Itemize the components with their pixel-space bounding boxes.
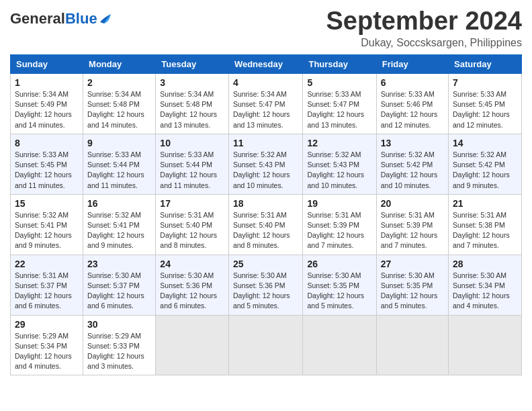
calendar-week-row: 8 Sunrise: 5:33 AMSunset: 5:45 PMDayligh… xyxy=(11,134,522,194)
day-number: 16 xyxy=(87,198,151,209)
title-section: September 2024 Dukay, Soccsksargen, Phil… xyxy=(326,7,523,49)
calendar-cell: 4 Sunrise: 5:34 AMSunset: 5:47 PMDayligh… xyxy=(228,74,303,134)
day-number: 27 xyxy=(381,259,444,269)
day-info: Sunrise: 5:34 AMSunset: 5:49 PMDaylight:… xyxy=(15,90,72,129)
calendar-cell: 30 Sunrise: 5:29 AMSunset: 5:33 PMDaylig… xyxy=(83,315,156,375)
calendar-cell: 29 Sunrise: 5:29 AMSunset: 5:34 PMDaylig… xyxy=(11,315,83,375)
calendar-cell: 21 Sunrise: 5:31 AMSunset: 5:38 PMDaylig… xyxy=(449,194,522,255)
day-header-monday: Monday xyxy=(83,55,156,74)
month-year-title: September 2024 xyxy=(326,7,523,36)
day-info: Sunrise: 5:32 AMSunset: 5:42 PMDaylight:… xyxy=(453,150,510,189)
calendar-cell: 22 Sunrise: 5:31 AMSunset: 5:37 PMDaylig… xyxy=(11,255,83,315)
calendar-cell: 12 Sunrise: 5:32 AMSunset: 5:43 PMDaylig… xyxy=(303,134,376,194)
day-header-wednesday: Wednesday xyxy=(228,55,303,74)
day-info: Sunrise: 5:34 AMSunset: 5:48 PMDaylight:… xyxy=(87,90,144,129)
day-info: Sunrise: 5:31 AMSunset: 5:38 PMDaylight:… xyxy=(453,211,510,250)
day-header-sunday: Sunday xyxy=(11,55,83,74)
day-header-friday: Friday xyxy=(376,55,448,74)
day-number: 25 xyxy=(233,259,299,269)
day-number: 23 xyxy=(87,259,151,269)
calendar-cell: 3 Sunrise: 5:34 AMSunset: 5:48 PMDayligh… xyxy=(156,74,229,134)
day-number: 28 xyxy=(453,259,517,269)
calendar-cell xyxy=(449,315,522,375)
calendar-cell: 14 Sunrise: 5:32 AMSunset: 5:42 PMDaylig… xyxy=(449,134,522,194)
day-info: Sunrise: 5:33 AMSunset: 5:44 PMDaylight:… xyxy=(87,150,144,189)
day-number: 14 xyxy=(453,138,517,148)
day-number: 17 xyxy=(160,198,224,209)
location-subtitle: Dukay, Soccsksargen, Philippines xyxy=(326,37,523,49)
day-info: Sunrise: 5:32 AMSunset: 5:42 PMDaylight:… xyxy=(381,150,438,189)
day-header-tuesday: Tuesday xyxy=(156,55,229,74)
calendar-cell: 9 Sunrise: 5:33 AMSunset: 5:44 PMDayligh… xyxy=(83,134,156,194)
day-info: Sunrise: 5:30 AMSunset: 5:35 PMDaylight:… xyxy=(381,271,438,310)
day-info: Sunrise: 5:29 AMSunset: 5:33 PMDaylight:… xyxy=(87,332,144,371)
calendar-cell: 20 Sunrise: 5:31 AMSunset: 5:39 PMDaylig… xyxy=(376,194,448,255)
day-info: Sunrise: 5:31 AMSunset: 5:40 PMDaylight:… xyxy=(160,211,217,250)
day-number: 30 xyxy=(87,319,151,330)
calendar-cell: 8 Sunrise: 5:33 AMSunset: 5:45 PMDayligh… xyxy=(11,134,83,194)
day-info: Sunrise: 5:33 AMSunset: 5:46 PMDaylight:… xyxy=(381,90,438,129)
day-info: Sunrise: 5:34 AMSunset: 5:48 PMDaylight:… xyxy=(160,90,217,129)
day-info: Sunrise: 5:30 AMSunset: 5:36 PMDaylight:… xyxy=(233,271,290,310)
calendar-cell xyxy=(303,315,376,375)
logo-bird-icon xyxy=(99,13,112,25)
day-number: 24 xyxy=(160,259,224,269)
day-number: 6 xyxy=(381,77,444,88)
calendar-table: SundayMondayTuesdayWednesdayThursdayFrid… xyxy=(10,54,522,375)
day-number: 5 xyxy=(307,77,371,88)
day-number: 22 xyxy=(15,259,79,269)
day-info: Sunrise: 5:31 AMSunset: 5:40 PMDaylight:… xyxy=(233,211,290,250)
calendar-cell: 23 Sunrise: 5:30 AMSunset: 5:37 PMDaylig… xyxy=(83,255,156,315)
day-number: 9 xyxy=(87,138,151,148)
calendar-cell xyxy=(376,315,448,375)
calendar-cell: 17 Sunrise: 5:31 AMSunset: 5:40 PMDaylig… xyxy=(156,194,229,255)
calendar-cell: 5 Sunrise: 5:33 AMSunset: 5:47 PMDayligh… xyxy=(303,74,376,134)
day-info: Sunrise: 5:30 AMSunset: 5:34 PMDaylight:… xyxy=(453,271,510,310)
day-info: Sunrise: 5:32 AMSunset: 5:41 PMDaylight:… xyxy=(87,211,144,250)
day-info: Sunrise: 5:31 AMSunset: 5:39 PMDaylight:… xyxy=(307,211,364,250)
day-info: Sunrise: 5:33 AMSunset: 5:47 PMDaylight:… xyxy=(307,90,364,129)
calendar-cell: 24 Sunrise: 5:30 AMSunset: 5:36 PMDaylig… xyxy=(156,255,229,315)
calendar-cell: 1 Sunrise: 5:34 AMSunset: 5:49 PMDayligh… xyxy=(11,74,83,134)
day-info: Sunrise: 5:32 AMSunset: 5:43 PMDaylight:… xyxy=(307,150,364,189)
calendar-cell: 16 Sunrise: 5:32 AMSunset: 5:41 PMDaylig… xyxy=(83,194,156,255)
calendar-cell xyxy=(228,315,303,375)
day-number: 11 xyxy=(233,138,299,148)
day-header-thursday: Thursday xyxy=(303,55,376,74)
day-number: 7 xyxy=(453,77,517,88)
day-number: 1 xyxy=(15,77,79,88)
day-number: 18 xyxy=(233,198,299,209)
day-number: 10 xyxy=(160,138,224,148)
calendar-cell: 11 Sunrise: 5:32 AMSunset: 5:43 PMDaylig… xyxy=(228,134,303,194)
calendar-week-row: 29 Sunrise: 5:29 AMSunset: 5:34 PMDaylig… xyxy=(11,315,522,375)
calendar-week-row: 15 Sunrise: 5:32 AMSunset: 5:41 PMDaylig… xyxy=(11,194,522,255)
calendar-cell: 7 Sunrise: 5:33 AMSunset: 5:45 PMDayligh… xyxy=(449,74,522,134)
calendar-cell: 6 Sunrise: 5:33 AMSunset: 5:46 PMDayligh… xyxy=(376,74,448,134)
calendar-cell: 15 Sunrise: 5:32 AMSunset: 5:41 PMDaylig… xyxy=(11,194,83,255)
calendar-cell: 18 Sunrise: 5:31 AMSunset: 5:40 PMDaylig… xyxy=(228,194,303,255)
calendar-cell: 25 Sunrise: 5:30 AMSunset: 5:36 PMDaylig… xyxy=(228,255,303,315)
day-number: 29 xyxy=(15,319,79,330)
day-info: Sunrise: 5:33 AMSunset: 5:45 PMDaylight:… xyxy=(453,90,510,129)
day-info: Sunrise: 5:33 AMSunset: 5:44 PMDaylight:… xyxy=(160,150,217,189)
day-info: Sunrise: 5:30 AMSunset: 5:35 PMDaylight:… xyxy=(307,271,364,310)
day-number: 2 xyxy=(87,77,151,88)
logo-blue-text: Blue xyxy=(65,10,97,28)
calendar-cell: 27 Sunrise: 5:30 AMSunset: 5:35 PMDaylig… xyxy=(376,255,448,315)
calendar-cell: 28 Sunrise: 5:30 AMSunset: 5:34 PMDaylig… xyxy=(449,255,522,315)
day-info: Sunrise: 5:33 AMSunset: 5:45 PMDaylight:… xyxy=(15,150,72,189)
day-info: Sunrise: 5:34 AMSunset: 5:47 PMDaylight:… xyxy=(233,90,290,129)
calendar-cell xyxy=(156,315,229,375)
day-number: 20 xyxy=(381,198,444,209)
day-number: 26 xyxy=(307,259,371,269)
calendar-week-row: 22 Sunrise: 5:31 AMSunset: 5:37 PMDaylig… xyxy=(11,255,522,315)
logo-general-text: General xyxy=(10,10,65,28)
day-info: Sunrise: 5:30 AMSunset: 5:36 PMDaylight:… xyxy=(160,271,217,310)
day-number: 13 xyxy=(381,138,444,148)
day-number: 21 xyxy=(453,198,517,209)
calendar-cell: 10 Sunrise: 5:33 AMSunset: 5:44 PMDaylig… xyxy=(156,134,229,194)
calendar-cell: 13 Sunrise: 5:32 AMSunset: 5:42 PMDaylig… xyxy=(376,134,448,194)
day-number: 8 xyxy=(15,138,79,148)
day-info: Sunrise: 5:31 AMSunset: 5:39 PMDaylight:… xyxy=(381,211,438,250)
calendar-cell: 2 Sunrise: 5:34 AMSunset: 5:48 PMDayligh… xyxy=(83,74,156,134)
